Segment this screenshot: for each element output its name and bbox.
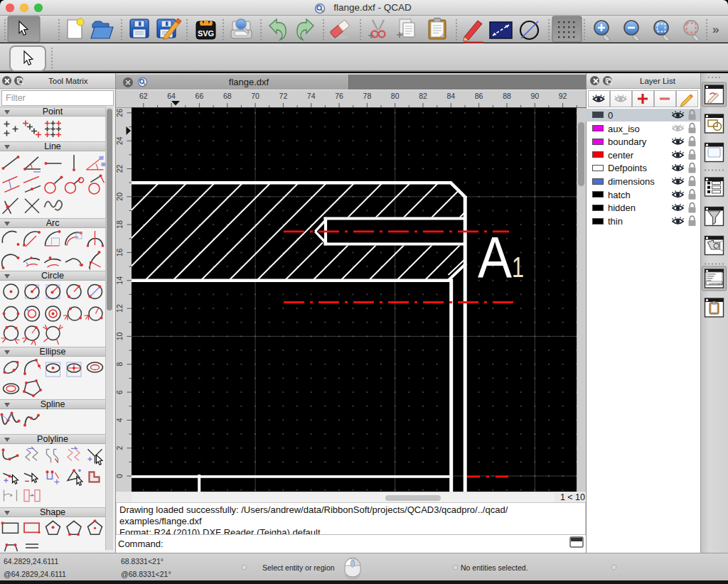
svg-text:6: 6 xyxy=(116,390,124,394)
svg-text:64: 64 xyxy=(167,92,176,100)
svg-text:72: 72 xyxy=(279,92,288,100)
svg-text:84: 84 xyxy=(446,92,455,100)
svg-text:78: 78 xyxy=(363,92,372,100)
svg-text:18: 18 xyxy=(116,220,124,229)
svg-text:20: 20 xyxy=(116,193,124,201)
svg-text:92: 92 xyxy=(559,92,567,100)
svg-text:70: 70 xyxy=(251,92,259,100)
svg-text:command: command xyxy=(709,282,723,286)
svg-text:88: 88 xyxy=(503,92,511,100)
svg-text:1: 1 xyxy=(512,251,524,283)
svg-text:8: 8 xyxy=(116,362,124,367)
svg-text:90: 90 xyxy=(530,92,539,100)
svg-text:2: 2 xyxy=(116,446,124,450)
svg-text:A: A xyxy=(478,225,512,289)
svg-text:74: 74 xyxy=(307,92,316,100)
svg-text:80: 80 xyxy=(391,92,400,100)
svg-text:82: 82 xyxy=(419,92,427,100)
svg-text:68: 68 xyxy=(223,92,232,100)
svg-text:4: 4 xyxy=(116,418,124,422)
svg-text:24: 24 xyxy=(116,136,124,145)
svg-text:86: 86 xyxy=(475,92,483,100)
svg-text:62: 62 xyxy=(139,92,148,100)
svg-text:14: 14 xyxy=(116,276,124,285)
svg-text:76: 76 xyxy=(335,92,343,100)
svg-text:»: » xyxy=(712,23,719,36)
svg-text:12: 12 xyxy=(116,304,124,313)
svg-text:0: 0 xyxy=(116,474,124,478)
svg-text:16: 16 xyxy=(116,248,124,256)
svg-text:SVG: SVG xyxy=(198,29,214,38)
svg-text:22: 22 xyxy=(116,165,124,173)
svg-text:10: 10 xyxy=(116,332,124,340)
svg-text:26: 26 xyxy=(116,109,124,117)
svg-text:66: 66 xyxy=(196,92,204,100)
